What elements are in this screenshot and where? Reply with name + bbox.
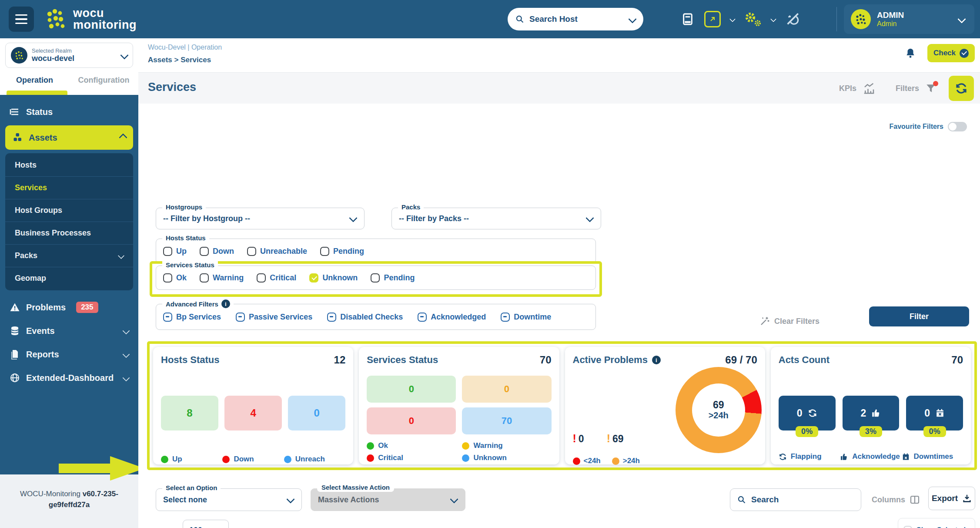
sidebar-item-extended-dashboard[interactable]: Extended-Dashboard [0, 366, 138, 390]
favourite-filters-toggle[interactable] [948, 122, 967, 131]
checkbox-icon[interactable] [903, 526, 912, 528]
checkbox-pending-service[interactable]: Pending [371, 273, 415, 282]
checkbox-down[interactable]: Down [200, 247, 234, 256]
checkbox-icon[interactable] [371, 273, 380, 282]
hosts-down-tile[interactable]: 4 [224, 396, 282, 430]
services-ok-tile[interactable]: 0 [367, 376, 456, 403]
hostgroups-select[interactable]: Hostgroups -- Filter by Hostgroup -- [156, 208, 365, 229]
kpis-label[interactable]: KPIs [839, 84, 856, 93]
checkbox-indeterminate-icon[interactable] [327, 313, 336, 322]
problems-donut-chart[interactable]: 69 >24h [676, 367, 762, 453]
checkbox-indeterminate-icon[interactable] [418, 313, 427, 322]
search-host-input[interactable]: Search Host [508, 8, 643, 30]
logo-dots-icon [45, 8, 68, 30]
notifications-disabled-icon[interactable] [785, 12, 800, 27]
checkbox-icon[interactable] [320, 247, 329, 256]
checkbox-pending[interactable]: Pending [320, 247, 364, 256]
checkbox-critical[interactable]: Critical [257, 273, 296, 282]
check-button[interactable]: Check [927, 44, 975, 62]
checkbox-checked-icon[interactable] [309, 273, 318, 282]
sidebar-item-assets[interactable]: Assets [5, 125, 133, 150]
acknowledge-tile[interactable]: 2 3% [843, 396, 900, 430]
external-link-icon[interactable] [704, 11, 721, 27]
checkbox-indeterminate-icon[interactable] [236, 313, 245, 322]
info-icon[interactable]: i [221, 299, 230, 308]
export-button[interactable]: Export [928, 487, 975, 510]
checkbox-icon[interactable] [163, 247, 172, 256]
hosts-up-tile[interactable]: 8 [161, 396, 218, 430]
hamburger-menu-button[interactable] [9, 7, 34, 32]
sidebar-item-business-processes[interactable]: Business Processes [5, 222, 133, 245]
acts-count-card[interactable]: Acts Count 70 0 0% 2 3% 0 [771, 347, 971, 464]
page-size-select[interactable]: 100 [183, 520, 229, 528]
sidebar-item-hosts[interactable]: Hosts [5, 154, 133, 177]
app-logo[interactable]: wocu monitoring [45, 7, 137, 31]
filters-label[interactable]: Filters [896, 84, 919, 93]
active-problems-card[interactable]: Active Problemsi 69 / 70 !0 !69 <24h >24… [565, 347, 765, 464]
sidebar-item-reports[interactable]: Reports [0, 343, 138, 366]
downtimes-tile[interactable]: 0 0% [906, 396, 963, 430]
checkbox-ok[interactable]: Ok [163, 273, 187, 282]
checkbox-unknown[interactable]: Unknown [309, 273, 358, 282]
services-warning-tile[interactable]: 0 [462, 376, 551, 403]
docs-book-icon[interactable] [681, 12, 695, 26]
sidebar-item-services[interactable]: Services [5, 177, 133, 199]
select-option-label: Select an Option [162, 484, 221, 491]
bell-icon[interactable] [905, 47, 916, 59]
filters-funnel-icon[interactable] [925, 83, 937, 94]
checkbox-icon[interactable] [200, 273, 209, 282]
checkbox-warning[interactable]: Warning [200, 273, 244, 282]
table-search-input[interactable]: Search [730, 488, 861, 511]
sidebar-item-host-groups[interactable]: Host Groups [5, 199, 133, 222]
refresh-button[interactable] [949, 76, 974, 101]
checkbox-bp-services[interactable]: Bp Services [163, 313, 221, 322]
chevron-down-icon[interactable] [729, 16, 736, 22]
flapping-tile[interactable]: 0 0% [779, 396, 836, 430]
tab-configuration[interactable]: Configuration [69, 76, 138, 85]
checkbox-indeterminate-icon[interactable] [163, 313, 172, 322]
info-icon[interactable]: i [652, 356, 661, 364]
check-circle-icon [960, 49, 969, 58]
sidebar-item-geomap[interactable]: Geomap [5, 267, 133, 289]
massive-actions-label: Select Massive Action [317, 483, 394, 492]
filter-apply-button[interactable]: Filter [869, 306, 969, 326]
sidebar-item-problems[interactable]: Problems 235 [0, 296, 138, 319]
clear-filters-button[interactable]: Clear Filters [759, 316, 819, 326]
breadcrumb-path[interactable]: Assets > Services [148, 56, 211, 64]
checkbox-passive-services[interactable]: Passive Services [236, 313, 312, 322]
select-option-dropdown[interactable]: Select an Option Select none [156, 488, 302, 511]
sidebar-item-events[interactable]: Events [0, 319, 138, 343]
massive-actions-dropdown[interactable]: Select Massive Action Massive Actions [311, 488, 465, 511]
sidebar: Status Assets Hosts Services Host Groups… [0, 95, 138, 474]
hosts-status-card[interactable]: Hosts Status 12 8 4 0 Up Down Unreach [153, 347, 353, 464]
checkbox-icon[interactable] [247, 247, 256, 256]
chevron-down-icon [120, 51, 129, 60]
services-unknown-tile[interactable]: 70 [462, 407, 551, 434]
realm-selector[interactable]: Selected Realm wocu-devel [5, 43, 133, 68]
hosts-unreach-tile[interactable]: 0 [288, 396, 345, 430]
chevron-down-icon[interactable] [770, 16, 776, 22]
user-menu[interactable]: ADMIN Admin [844, 4, 974, 34]
sidebar-item-status[interactable]: Status [0, 100, 138, 124]
settings-gears-icon[interactable] [744, 11, 762, 27]
chevron-down-icon[interactable] [628, 15, 637, 24]
checkbox-acknowledged[interactable]: Acknowledged [418, 313, 486, 322]
kpis-chart-icon[interactable] [863, 82, 876, 95]
checkbox-icon[interactable] [200, 247, 209, 256]
columns-button[interactable]: Columns [872, 494, 920, 505]
checkbox-downtime[interactable]: Downtime [501, 313, 551, 322]
page-size-value: 100 [189, 526, 202, 528]
packs-select[interactable]: Packs -- Filter by Packs -- [391, 208, 601, 229]
tab-operation[interactable]: Operation [0, 76, 69, 85]
checkbox-icon[interactable] [257, 273, 266, 282]
sidebar-item-packs[interactable]: Packs [5, 245, 133, 267]
services-status-card[interactable]: Services Status 70 0 0 0 70 Ok Warning C… [359, 347, 559, 464]
checkbox-indeterminate-icon[interactable] [501, 313, 510, 322]
show-selected-toggle[interactable]: Show Selected [898, 518, 975, 528]
services-critical-tile[interactable]: 0 [367, 407, 456, 434]
flapping-percent-badge: 0% [796, 426, 818, 437]
checkbox-unreachable[interactable]: Unreachable [247, 247, 307, 256]
checkbox-up[interactable]: Up [163, 247, 187, 256]
checkbox-disabled-checks[interactable]: Disabled Checks [327, 313, 403, 322]
checkbox-icon[interactable] [163, 273, 172, 282]
